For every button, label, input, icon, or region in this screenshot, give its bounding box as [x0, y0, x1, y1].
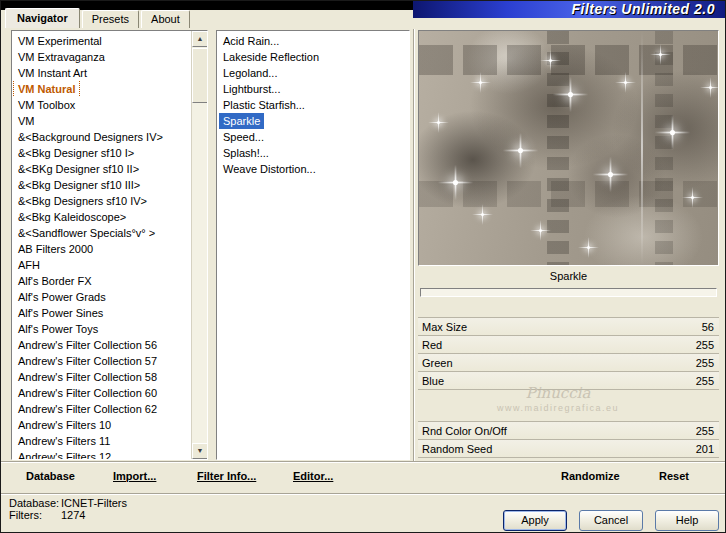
tab[interactable]: Presets — [82, 10, 139, 28]
category-item-label: VM — [14, 113, 39, 129]
category-item-label: &<Sandflower Specials°v° > — [14, 225, 159, 241]
category-item[interactable]: &<Bkg Designer sf10 I> — [12, 145, 191, 161]
filter-item[interactable]: Lakeside Reflection — [217, 49, 409, 65]
category-item-label: Andrew's Filters 12 — [14, 449, 115, 460]
parameter-label: Green — [418, 354, 453, 372]
category-item-label: Andrew's Filter Collection 56 — [14, 337, 161, 353]
category-item[interactable]: Alf's Border FX — [12, 273, 191, 289]
category-item-label: VM Natural — [14, 81, 79, 97]
reset-button[interactable]: Reset — [659, 470, 689, 482]
filter-item[interactable]: Weave Distortion... — [217, 161, 409, 177]
category-item[interactable]: Alf's Power Toys — [12, 321, 191, 337]
scroll-down-icon[interactable]: ▼ — [192, 443, 208, 459]
filter-item[interactable]: Legoland... — [217, 65, 409, 81]
selected-filter-caption: Sparkle — [418, 270, 719, 282]
filter-item[interactable]: Plastic Starfish... — [217, 97, 409, 113]
category-item[interactable]: &<Bkg Kaleidoscope> — [12, 209, 191, 225]
filter-item[interactable]: Sparkle — [217, 113, 409, 129]
category-item[interactable]: Andrew's Filter Collection 62 — [12, 401, 191, 417]
category-item[interactable]: &<Bkg Designers sf10 IV> — [12, 193, 191, 209]
filter-list: Acid Rain...Lakeside ReflectionLegoland.… — [217, 33, 409, 177]
preview-image — [419, 31, 718, 265]
category-item[interactable]: VM Experimental — [12, 33, 191, 49]
category-item-label: Andrew's Filters 11 — [14, 433, 114, 449]
category-item[interactable]: &<Background Designers IV> — [12, 129, 191, 145]
scroll-up-icon[interactable]: ▲ — [192, 31, 208, 47]
category-item[interactable]: Andrew's Filters 10 — [12, 417, 191, 433]
parameter-row[interactable]: Random Seed 201 — [418, 440, 719, 458]
parameter-label: Random Seed — [418, 440, 492, 458]
category-item[interactable]: VM Toolbox — [12, 97, 191, 113]
database-button[interactable]: Database — [26, 470, 75, 482]
sparkle-icon — [479, 81, 482, 84]
app-logo: Filters Unlimited 2.0 — [413, 1, 725, 18]
tab-bar: NavigatorPresetsAbout — [5, 8, 192, 28]
filter-item-label: Acid Rain... — [219, 33, 283, 49]
filter-item-label: Lakeside Reflection — [219, 49, 323, 65]
category-item[interactable]: Andrew's Filter Collection 60 — [12, 385, 191, 401]
filter-item[interactable]: Lightburst... — [217, 81, 409, 97]
parameter-value: 56 — [702, 318, 719, 336]
category-item[interactable]: &<BKg Designer sf10 II> — [12, 161, 191, 177]
filter-item[interactable]: Speed... — [217, 129, 409, 145]
editor-button[interactable]: Editor... — [293, 470, 333, 482]
parameter-row[interactable]: Red 255 — [418, 336, 719, 354]
category-item[interactable]: VM — [12, 113, 191, 129]
category-scrollbar[interactable]: ▲ ▼ — [191, 31, 207, 459]
status-divider — [1, 493, 725, 495]
parameter-row[interactable]: Green 255 — [418, 354, 719, 372]
category-item-label: VM Experimental — [14, 33, 106, 49]
parameter-row[interactable]: Max Size 56 — [418, 318, 719, 336]
category-item-label: VM Toolbox — [14, 97, 79, 113]
category-item[interactable]: Andrew's Filters 12 — [12, 449, 191, 460]
category-item[interactable]: &<Sandflower Specials°v° > — [12, 225, 191, 241]
sparkle-icon — [453, 180, 458, 185]
category-item[interactable]: Andrew's Filter Collection 57 — [12, 353, 191, 369]
apply-button[interactable]: Apply — [503, 510, 567, 531]
category-item[interactable]: Andrew's Filter Collection 58 — [12, 369, 191, 385]
status-database-value: ICNET-Filters — [61, 497, 127, 509]
category-item-label: &<Background Designers IV> — [14, 129, 167, 145]
category-item-label: &<Bkg Kaleidoscope> — [14, 209, 130, 225]
category-item[interactable]: VM Natural — [12, 81, 191, 97]
filter-item-label: Speed... — [219, 129, 268, 145]
preview-texture — [655, 31, 673, 265]
filter-item[interactable]: Acid Rain... — [217, 33, 409, 49]
parameter-value: 201 — [696, 440, 719, 458]
category-item[interactable]: VM Instant Art — [12, 65, 191, 81]
scrollbar-thumb[interactable] — [192, 48, 208, 103]
category-item-label: Andrew's Filters 10 — [14, 417, 115, 433]
category-item[interactable]: &<Bkg Designer sf10 III> — [12, 177, 191, 193]
filter-info-button[interactable]: Filter Info... — [197, 470, 256, 482]
category-item[interactable]: VM Extravaganza — [12, 49, 191, 65]
category-item[interactable]: Andrew's Filter Collection 56 — [12, 337, 191, 353]
filter-item[interactable]: Splash!... — [217, 145, 409, 161]
parameter-row[interactable]: Rnd Color On/Off 255 — [418, 422, 719, 440]
parameter-row[interactable]: Blue 255 — [418, 372, 719, 390]
parameter-sliders-extra: Rnd Color On/Off 255 Random Seed 201 — [418, 421, 719, 458]
category-item[interactable]: AFH — [12, 257, 191, 273]
help-button[interactable]: Help — [655, 510, 719, 531]
preview-frame — [418, 30, 719, 266]
category-item[interactable]: Alf's Power Grads — [12, 289, 191, 305]
cancel-button[interactable]: Cancel — [579, 510, 643, 531]
parameter-label: Blue — [418, 372, 444, 390]
tab[interactable]: Navigator — [5, 8, 80, 28]
filter-listbox: Acid Rain...Lakeside ReflectionLegoland.… — [216, 30, 410, 460]
import-button[interactable]: Import... — [113, 470, 156, 482]
sparkle-icon — [518, 148, 523, 153]
watermark-url: www.maidiregrafica.eu — [418, 402, 698, 414]
parameter-label: Red — [418, 336, 442, 354]
parameter-label: Max Size — [418, 318, 467, 336]
sparkle-icon — [659, 53, 662, 56]
filter-item-label: Sparkle — [219, 113, 264, 129]
category-item-label: &<Bkg Designers sf10 IV> — [14, 193, 151, 209]
category-item[interactable]: AB Filters 2000 — [12, 241, 191, 257]
randomize-button[interactable]: Randomize — [561, 470, 620, 482]
category-item[interactable]: Andrew's Filters 11 — [12, 433, 191, 449]
sparkle-icon — [709, 86, 712, 89]
category-item[interactable]: Alf's Power Sines — [12, 305, 191, 321]
tab[interactable]: About — [141, 10, 190, 28]
parameter-value: 255 — [696, 372, 719, 390]
sparkle-icon — [568, 92, 573, 97]
